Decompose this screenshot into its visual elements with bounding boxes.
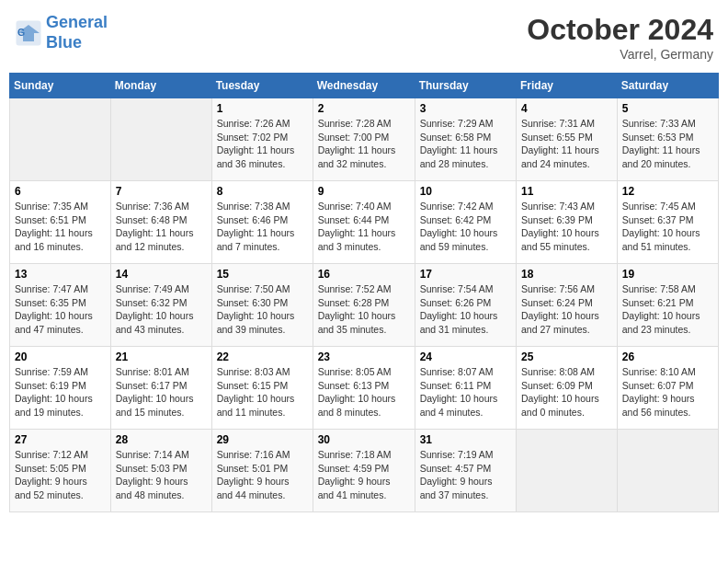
day-number: 19 <box>622 268 713 281</box>
calendar-cell: 29Sunrise: 7:16 AM Sunset: 5:01 PM Dayli… <box>211 430 313 512</box>
logo-text2: Blue <box>46 33 108 53</box>
calendar-cell: 28Sunrise: 7:14 AM Sunset: 5:03 PM Dayli… <box>110 430 211 512</box>
location: Varrel, Germany <box>527 47 713 62</box>
calendar-week-row: 27Sunrise: 7:12 AM Sunset: 5:05 PM Dayli… <box>10 430 719 512</box>
cell-content: Sunrise: 7:54 AM Sunset: 6:26 PM Dayligh… <box>420 282 511 337</box>
day-number: 15 <box>217 268 308 281</box>
calendar-cell: 20Sunrise: 7:59 AM Sunset: 6:19 PM Dayli… <box>10 347 111 430</box>
calendar-cell <box>10 98 111 181</box>
cell-content: Sunrise: 7:59 AM Sunset: 6:19 PM Dayligh… <box>15 365 106 419</box>
cell-content: Sunrise: 7:40 AM Sunset: 6:44 PM Dayligh… <box>318 200 410 254</box>
calendar-week-row: 20Sunrise: 7:59 AM Sunset: 6:19 PM Dayli… <box>10 347 719 430</box>
day-number: 10 <box>420 185 511 198</box>
day-number: 7 <box>116 185 207 198</box>
cell-content: Sunrise: 7:33 AM Sunset: 6:53 PM Dayligh… <box>622 117 713 171</box>
cell-content: Sunrise: 8:05 AM Sunset: 6:13 PM Dayligh… <box>318 365 410 419</box>
calendar-cell: 9Sunrise: 7:40 AM Sunset: 6:44 PM Daylig… <box>313 181 415 264</box>
calendar-table: SundayMondayTuesdayWednesdayThursdayFrid… <box>9 73 719 512</box>
cell-content: Sunrise: 7:16 AM Sunset: 5:01 PM Dayligh… <box>217 448 308 502</box>
calendar-cell: 1Sunrise: 7:26 AM Sunset: 7:02 PM Daylig… <box>211 98 313 181</box>
page-header: G General Blue October 2024 Varrel, Germ… <box>9 9 719 65</box>
day-number: 4 <box>521 102 612 115</box>
cell-content: Sunrise: 7:52 AM Sunset: 6:28 PM Dayligh… <box>318 282 410 337</box>
calendar-cell: 4Sunrise: 7:31 AM Sunset: 6:55 PM Daylig… <box>517 98 618 181</box>
weekday-header: Thursday <box>415 74 516 98</box>
cell-content: Sunrise: 7:43 AM Sunset: 6:39 PM Dayligh… <box>521 200 612 254</box>
cell-content: Sunrise: 8:08 AM Sunset: 6:09 PM Dayligh… <box>521 365 612 419</box>
calendar-week-row: 13Sunrise: 7:47 AM Sunset: 6:35 PM Dayli… <box>10 264 719 347</box>
cell-content: Sunrise: 7:35 AM Sunset: 6:51 PM Dayligh… <box>15 200 106 254</box>
day-number: 24 <box>420 350 511 363</box>
weekday-header: Wednesday <box>313 74 415 98</box>
calendar-cell: 22Sunrise: 8:03 AM Sunset: 6:15 PM Dayli… <box>211 347 313 430</box>
cell-content: Sunrise: 7:56 AM Sunset: 6:24 PM Dayligh… <box>521 282 612 337</box>
calendar-cell: 23Sunrise: 8:05 AM Sunset: 6:13 PM Dayli… <box>313 347 415 430</box>
calendar-cell: 26Sunrise: 8:10 AM Sunset: 6:07 PM Dayli… <box>617 347 718 430</box>
calendar-cell: 16Sunrise: 7:52 AM Sunset: 6:28 PM Dayli… <box>313 264 415 347</box>
calendar-cell: 11Sunrise: 7:43 AM Sunset: 6:39 PM Dayli… <box>517 181 618 264</box>
cell-content: Sunrise: 7:19 AM Sunset: 4:57 PM Dayligh… <box>420 448 511 502</box>
calendar-cell: 15Sunrise: 7:50 AM Sunset: 6:30 PM Dayli… <box>211 264 313 347</box>
day-number: 1 <box>217 102 308 115</box>
cell-content: Sunrise: 7:31 AM Sunset: 6:55 PM Dayligh… <box>521 117 612 171</box>
day-number: 18 <box>521 268 612 281</box>
day-number: 6 <box>15 185 106 198</box>
cell-content: Sunrise: 7:14 AM Sunset: 5:03 PM Dayligh… <box>116 448 207 502</box>
cell-content: Sunrise: 8:03 AM Sunset: 6:15 PM Dayligh… <box>217 365 308 419</box>
calendar-cell: 13Sunrise: 7:47 AM Sunset: 6:35 PM Dayli… <box>10 264 111 347</box>
cell-content: Sunrise: 7:36 AM Sunset: 6:48 PM Dayligh… <box>116 200 207 254</box>
calendar-cell: 24Sunrise: 8:07 AM Sunset: 6:11 PM Dayli… <box>415 347 516 430</box>
cell-content: Sunrise: 7:45 AM Sunset: 6:37 PM Dayligh… <box>622 200 713 254</box>
day-number: 2 <box>318 102 410 115</box>
calendar-cell: 14Sunrise: 7:49 AM Sunset: 6:32 PM Dayli… <box>110 264 211 347</box>
cell-content: Sunrise: 7:38 AM Sunset: 6:46 PM Dayligh… <box>217 200 308 254</box>
cell-content: Sunrise: 8:01 AM Sunset: 6:17 PM Dayligh… <box>116 365 207 419</box>
calendar-cell <box>110 98 211 181</box>
day-number: 21 <box>116 350 207 363</box>
calendar-cell: 19Sunrise: 7:58 AM Sunset: 6:21 PM Dayli… <box>617 264 718 347</box>
day-number: 28 <box>116 433 207 446</box>
cell-content: Sunrise: 7:26 AM Sunset: 7:02 PM Dayligh… <box>217 117 308 171</box>
day-number: 25 <box>521 350 612 363</box>
calendar-cell: 5Sunrise: 7:33 AM Sunset: 6:53 PM Daylig… <box>617 98 718 181</box>
calendar-cell: 8Sunrise: 7:38 AM Sunset: 6:46 PM Daylig… <box>211 181 313 264</box>
logo: G General Blue <box>15 13 108 52</box>
calendar-cell <box>517 430 618 512</box>
day-number: 17 <box>420 268 511 281</box>
day-number: 11 <box>521 185 612 198</box>
cell-content: Sunrise: 7:29 AM Sunset: 6:58 PM Dayligh… <box>420 117 511 171</box>
calendar-cell: 17Sunrise: 7:54 AM Sunset: 6:26 PM Dayli… <box>415 264 516 347</box>
day-number: 31 <box>420 433 511 446</box>
weekday-header-row: SundayMondayTuesdayWednesdayThursdayFrid… <box>10 74 719 98</box>
day-number: 16 <box>318 268 410 281</box>
cell-content: Sunrise: 7:47 AM Sunset: 6:35 PM Dayligh… <box>15 282 106 337</box>
cell-content: Sunrise: 7:42 AM Sunset: 6:42 PM Dayligh… <box>420 200 511 254</box>
cell-content: Sunrise: 7:50 AM Sunset: 6:30 PM Dayligh… <box>217 282 308 337</box>
day-number: 9 <box>318 185 410 198</box>
title-block: October 2024 Varrel, Germany <box>527 13 713 62</box>
day-number: 14 <box>116 268 207 281</box>
day-number: 29 <box>217 433 308 446</box>
calendar-cell: 12Sunrise: 7:45 AM Sunset: 6:37 PM Dayli… <box>617 181 718 264</box>
cell-content: Sunrise: 7:12 AM Sunset: 5:05 PM Dayligh… <box>15 448 106 502</box>
day-number: 27 <box>15 433 106 446</box>
weekday-header: Monday <box>110 74 211 98</box>
day-number: 30 <box>318 433 410 446</box>
calendar-week-row: 6Sunrise: 7:35 AM Sunset: 6:51 PM Daylig… <box>10 181 719 264</box>
month-title: October 2024 <box>527 13 713 47</box>
weekday-header: Friday <box>517 74 618 98</box>
calendar-cell: 31Sunrise: 7:19 AM Sunset: 4:57 PM Dayli… <box>415 430 516 512</box>
weekday-header: Saturday <box>617 74 718 98</box>
day-number: 5 <box>622 102 713 115</box>
cell-content: Sunrise: 7:58 AM Sunset: 6:21 PM Dayligh… <box>622 282 713 337</box>
weekday-header: Tuesday <box>211 74 313 98</box>
day-number: 12 <box>622 185 713 198</box>
cell-content: Sunrise: 7:49 AM Sunset: 6:32 PM Dayligh… <box>116 282 207 337</box>
day-number: 3 <box>420 102 511 115</box>
calendar-cell: 25Sunrise: 8:08 AM Sunset: 6:09 PM Dayli… <box>517 347 618 430</box>
logo-icon: G <box>15 19 42 47</box>
day-number: 20 <box>15 350 106 363</box>
calendar-cell: 10Sunrise: 7:42 AM Sunset: 6:42 PM Dayli… <box>415 181 516 264</box>
calendar-cell: 21Sunrise: 8:01 AM Sunset: 6:17 PM Dayli… <box>110 347 211 430</box>
weekday-header: Sunday <box>10 74 111 98</box>
